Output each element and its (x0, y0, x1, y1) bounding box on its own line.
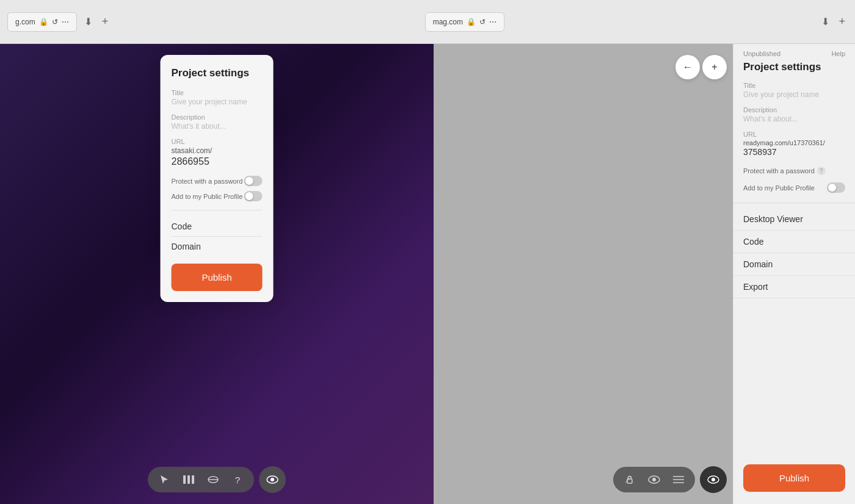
right-panel: ← + (434, 44, 855, 504)
cursor-icon[interactable] (156, 472, 172, 488)
sidebar-status: Unpublished (743, 50, 780, 57)
lock-icon-right: 🔒 (467, 18, 476, 26)
publish-button-right[interactable]: Publish (743, 464, 845, 492)
svg-rect-0 (183, 475, 186, 484)
description-label-left: Description (172, 113, 263, 121)
lines-icon[interactable] (181, 472, 197, 488)
sidebar-profile-label: Add to my Public Profile (743, 184, 815, 192)
left-panel: Project settings Title Give your project… (0, 44, 434, 504)
sidebar-title-label: Title (743, 82, 845, 89)
toolbar-right (613, 466, 727, 493)
sidebar-url-label: URL (743, 131, 845, 138)
sidebar-protect-row: Protect with a password ? (733, 164, 855, 178)
svg-point-6 (271, 478, 274, 481)
sidebar-url-block: URL readymag.com/u17370361/ 3758937 (733, 131, 855, 164)
url-id-left[interactable]: 2866955 (172, 156, 263, 167)
sidebar-title-block: Title Give your project name (733, 82, 855, 106)
protect-toggle-row-left: Protect with a password (172, 176, 263, 186)
lock-cursor-icon[interactable] (622, 472, 638, 488)
protect-label-left: Protect with a password (172, 178, 243, 185)
dots-icon-left[interactable]: ⋯ (62, 18, 69, 26)
profile-toggle-row-left: Add to my Public Profile (172, 191, 263, 201)
lock-icon-left: 🔒 (39, 18, 48, 26)
profile-toggle-left[interactable] (244, 191, 263, 201)
sidebar-section-code[interactable]: Code (733, 231, 855, 253)
dots-icon-right[interactable]: ⋯ (489, 18, 497, 26)
sidebar-url-prefix[interactable]: readymag.com/u17370361/ (743, 139, 845, 146)
sidebar-profile-row: Add to my Public Profile (733, 180, 855, 195)
question-icon-left[interactable]: ? (230, 472, 246, 488)
svg-rect-2 (192, 475, 194, 484)
sidebar-protect-label: Protect with a password ? (743, 167, 826, 175)
tab-right[interactable]: mag.com 🔒 ↺ ⋯ (425, 12, 504, 32)
protect-toggle-left[interactable] (244, 176, 263, 186)
svg-point-9 (652, 478, 656, 481)
modal-title-left: Project settings (172, 67, 263, 79)
new-tab-button-left[interactable]: + (100, 15, 111, 28)
title-label-left: Title (172, 89, 263, 96)
download-icon[interactable]: ⬇ (82, 13, 95, 30)
tab-right-url: mag.com (433, 18, 463, 26)
section-code-left[interactable]: Code (172, 217, 263, 237)
reload-icon-right[interactable]: ↺ (479, 18, 486, 26)
download-icon-right[interactable]: ⬇ (819, 13, 832, 30)
url-prefix-left[interactable]: stasaki.com/ (172, 146, 263, 155)
profile-label-left: Add to my Public Profile (172, 193, 243, 200)
sidebar-title-placeholder[interactable]: Give your project name (743, 90, 845, 99)
description-placeholder-left[interactable]: What's it about... (172, 122, 263, 131)
sidebar-section-domain[interactable]: Domain (733, 253, 855, 276)
eye-icon-right-small[interactable] (646, 472, 662, 488)
back-button[interactable]: ← (675, 55, 700, 79)
sidebar-help-link[interactable]: Help (831, 50, 845, 57)
sidebar-section-export[interactable]: Export (733, 276, 855, 298)
menu-icon[interactable] (671, 472, 686, 488)
sidebar-header: Unpublished Help (733, 44, 855, 61)
sidebar-url-id[interactable]: 3758937 (743, 147, 845, 157)
tab-left[interactable]: g.com 🔒 ↺ ⋯ (7, 12, 77, 32)
sidebar-divider-top (733, 203, 855, 203)
link-icon[interactable] (205, 472, 221, 488)
eye-icon-active[interactable] (700, 466, 727, 493)
toolbar-group-left: ? (148, 467, 254, 492)
sidebar-profile-toggle[interactable] (827, 182, 845, 193)
toolbar-group-right (613, 467, 695, 492)
sidebar-description-label: Description (743, 106, 845, 113)
nav-buttons: ← + (678, 55, 727, 79)
svg-point-14 (711, 478, 715, 481)
sidebar-title: Project settings (733, 61, 855, 82)
plus-button[interactable]: + (702, 55, 727, 79)
sidebar-description-placeholder[interactable]: What's it about... (743, 115, 845, 123)
sidebar-section-desktop[interactable]: Desktop Viewer (733, 208, 855, 231)
main-area: Project settings Title Give your project… (0, 44, 855, 504)
right-sidebar: Unpublished Help Project settings Title … (733, 44, 855, 504)
eye-icon-left[interactable] (259, 466, 286, 493)
reload-icon-left[interactable]: ↺ (52, 18, 58, 26)
toolbar-left: ? (148, 466, 286, 493)
section-domain-left[interactable]: Domain (172, 237, 263, 256)
tab-left-url: g.com (15, 18, 35, 26)
sidebar-description-block: Description What's it about... (733, 106, 855, 131)
new-tab-button-right[interactable]: + (837, 15, 848, 28)
project-modal-left: Project settings Title Give your project… (161, 55, 274, 302)
protect-question-icon[interactable]: ? (817, 167, 826, 175)
publish-button-left[interactable]: Publish (172, 264, 263, 291)
title-placeholder-left[interactable]: Give your project name (172, 98, 263, 106)
url-label-left: URL (172, 138, 263, 145)
modal-divider-left (172, 210, 263, 211)
svg-rect-1 (187, 475, 190, 484)
browser-chrome: g.com 🔒 ↺ ⋯ ⬇ + mag.com 🔒 ↺ ⋯ ⬇ + (0, 0, 855, 44)
